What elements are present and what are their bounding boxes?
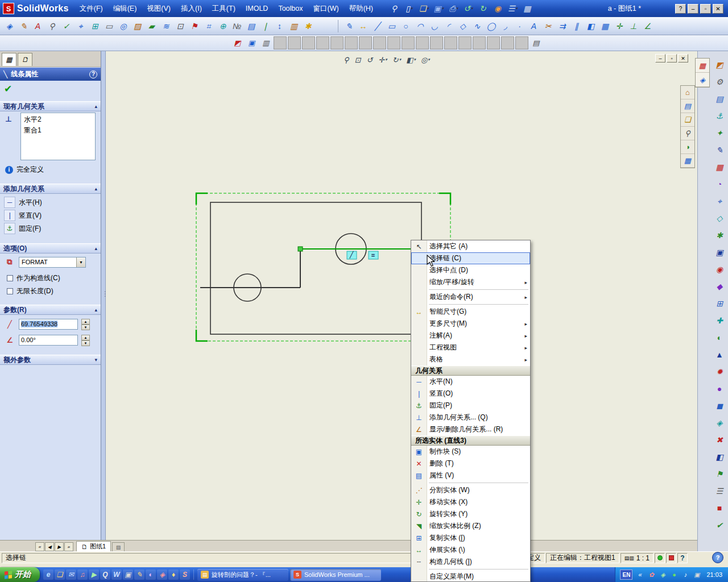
centerpoint-arc-icon[interactable]: ◠	[413, 19, 427, 33]
convert-entities-icon[interactable]: ⇉	[555, 19, 569, 33]
cm-header-selected-entity[interactable]: 所选实体 (直线3)	[411, 435, 530, 446]
centerline-icon[interactable]: ❘	[258, 19, 272, 33]
rail-feature-icon[interactable]: ✦	[713, 126, 726, 140]
sketch-vertex-handle[interactable]	[298, 247, 303, 251]
bom-icon[interactable]: ▥	[287, 19, 301, 33]
volume-icon[interactable]: ♪	[681, 570, 690, 579]
hole-callout-icon[interactable]: ▨	[130, 19, 144, 33]
spin-up-icon[interactable]: ▲	[81, 319, 90, 325]
angle-input[interactable]: 0.00°	[19, 335, 78, 346]
rail-close-icon[interactable]: ✖	[713, 433, 726, 447]
taskpane-toggle-icon[interactable]: ▦	[696, 59, 709, 73]
cm-copy-entities[interactable]: ⊞ 复制实体 ([)	[411, 532, 530, 544]
music-player-icon[interactable]: ♫	[77, 569, 88, 580]
note-icon[interactable]: ✎	[16, 19, 31, 33]
weld-bead-icon[interactable]: ✱	[301, 19, 315, 33]
sketch-text-icon[interactable]: A	[527, 19, 541, 33]
cm-smart-dimension[interactable]: ↔ 智能尺寸(G)	[411, 306, 530, 318]
menu-imold[interactable]: IMOLD	[241, 2, 274, 15]
macro-toolbar-button[interactable]	[302, 36, 315, 49]
cm-fix[interactable]: ⚓ 固定(P)	[411, 400, 530, 411]
restore-button[interactable]: ▫	[700, 4, 711, 14]
tables-icon[interactable]: ▤	[244, 19, 258, 33]
resources-tab[interactable]: ⌂	[681, 86, 694, 99]
three-point-arc-icon[interactable]: ◜	[441, 19, 456, 33]
custom-properties-icon[interactable]: ▤	[530, 36, 543, 49]
safely-remove-icon[interactable]: ▣	[692, 570, 701, 579]
ok-checkmark-icon[interactable]: ✔	[4, 83, 12, 95]
zoom-fit-icon[interactable]: ⚲	[341, 54, 352, 65]
macro-toolbar-button[interactable]	[373, 36, 386, 49]
macro-toolbar-button[interactable]	[345, 36, 358, 49]
cm-scale-entities[interactable]: ◥ 缩放实体比例 (Z)	[411, 520, 530, 532]
screen-capture-icon[interactable]: ◩	[231, 36, 244, 49]
macro-toolbar-button[interactable]	[387, 36, 400, 49]
rail-chart-icon[interactable]: ◔	[713, 177, 726, 191]
tray-antivirus-icon[interactable]: ◈	[658, 570, 667, 579]
menu-toolbox[interactable]: Toolbox	[273, 2, 308, 15]
macro-toolbar-button[interactable]	[402, 36, 415, 49]
macro-toolbar-button[interactable]	[458, 36, 471, 49]
length-input[interactable]: 69.76549338	[19, 319, 78, 330]
section-parameters[interactable]: 参数(R)▴	[0, 305, 101, 315]
rail-star-icon[interactable]: ✱	[713, 228, 726, 242]
mirror-entities-icon[interactable]: ◧	[584, 19, 598, 33]
rail-library-icon[interactable]: ▤	[713, 92, 726, 106]
existing-relations-list[interactable]: 水平2重合1	[20, 113, 96, 160]
rail-anchor-icon[interactable]: ⚓	[713, 109, 726, 123]
new-document-icon[interactable]: ▯▾	[402, 2, 416, 15]
relation-list-item[interactable]: 重合1	[21, 125, 95, 136]
qq-icon[interactable]: Q	[100, 569, 110, 580]
center-mark-icon[interactable]: ⊕	[216, 19, 230, 33]
spin-down-icon[interactable]: ▼	[81, 340, 90, 346]
relation-list-item[interactable]: 水平2	[21, 114, 95, 125]
start-button[interactable]: 开始	[0, 567, 40, 582]
panel-help-button[interactable]: ?	[89, 70, 97, 78]
surface-finish-icon[interactable]: ▭	[102, 19, 116, 33]
quick-tips-button[interactable]: ?	[677, 553, 688, 563]
smart-dimension-icon[interactable]: ↔	[356, 19, 370, 33]
add-vertical-relation[interactable]: ❘ 竖直(V)	[4, 210, 42, 221]
section-existing-relations[interactable]: 现有几何关系▴	[0, 101, 101, 111]
sketch-canvas[interactable]: ╱ =	[106, 51, 697, 540]
display-relations-icon[interactable]: ∠	[640, 19, 655, 33]
angle-spinner[interactable]: ▲▼	[81, 335, 90, 346]
polygon-icon[interactable]: ◇	[456, 19, 470, 33]
cm-properties[interactable]: ▤ 属性 (V)	[411, 469, 530, 481]
offset-entities-icon[interactable]: ∥	[569, 19, 584, 33]
rail-up-icon[interactable]: ▲	[713, 348, 726, 361]
add-sheet-tab[interactable]: ▨	[112, 542, 125, 551]
search-icon[interactable]: ⚲	[387, 2, 402, 15]
player-icon[interactable]: ◐	[146, 569, 156, 580]
sheet-tab[interactable]: 🗋 图纸1	[76, 541, 111, 551]
macro-toolbar-button[interactable]	[316, 36, 329, 49]
pan-icon[interactable]: ✛▾	[376, 54, 389, 65]
rail-block-icon[interactable]: ▣	[713, 246, 726, 259]
macro-toolbar-button[interactable]	[430, 36, 443, 49]
checkbox[interactable]	[7, 275, 13, 281]
rebuild-icon[interactable]: ◉	[491, 2, 505, 15]
featuremanager-tab[interactable]: ▦	[2, 53, 16, 66]
macro-toolbar-button[interactable]	[501, 36, 514, 49]
cm-vertical[interactable]: ❘ 竖直(O)	[411, 388, 530, 400]
rail-edit-icon[interactable]: ✎	[713, 143, 726, 157]
section-options[interactable]: 选项(O)▴	[0, 243, 101, 253]
macro-toolbar-button[interactable]	[473, 36, 486, 49]
macro-toolbar-button[interactable]	[330, 36, 344, 49]
auto-balloon-icon[interactable]: ⊞	[88, 19, 102, 33]
macro-toolbar-button[interactable]	[288, 36, 301, 49]
print-icon[interactable]: ⎙▾	[446, 2, 461, 15]
rail-target-icon[interactable]: ⌖	[713, 194, 726, 208]
rail-shade-icon[interactable]: ◐	[713, 331, 726, 344]
section-add-relations[interactable]: 添加几何关系▴	[0, 184, 101, 194]
revision-symbol-icon[interactable]: ⚑	[187, 19, 201, 33]
folder-icon[interactable]: ❏	[55, 569, 65, 580]
cm-delete[interactable]: ✕ 删除 (T)	[411, 458, 530, 469]
view-settings-icon[interactable]: ◎▾	[419, 54, 432, 65]
format-painter-icon[interactable]: ✓	[59, 19, 73, 33]
tangent-arc-icon[interactable]: ◡	[427, 19, 441, 33]
sketch-rectangle[interactable]	[210, 202, 421, 334]
options-toggle-icon[interactable]: ◈	[696, 73, 709, 87]
text-icon[interactable]: A	[31, 19, 45, 33]
panel-splitter[interactable]	[101, 51, 106, 540]
